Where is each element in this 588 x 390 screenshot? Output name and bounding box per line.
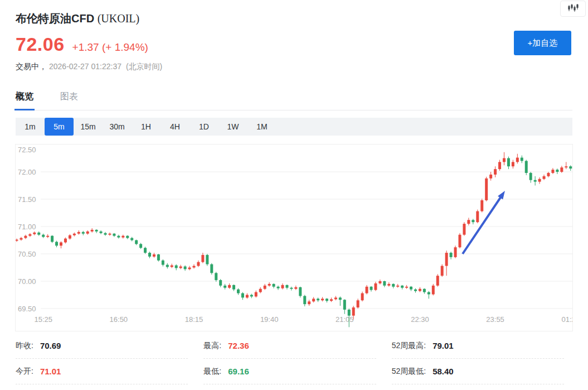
stat-label: 52周最高: <box>392 341 426 351</box>
price-change: +1.37 (+ 1.94%) <box>72 41 148 53</box>
market-status-row: 交易中，2026-02-27 01:22:37 (北京时间) <box>16 62 162 72</box>
svg-text:01:20: 01:20 <box>561 315 572 324</box>
quote-timezone: (北京时间) <box>126 62 162 71</box>
svg-text:71.00: 71.00 <box>18 223 36 231</box>
instrument-symbol: (UKOIL) <box>98 12 140 25</box>
svg-text:72.50: 72.50 <box>18 146 36 154</box>
stats-grid: 昨收:70.69今开:71.01最高:72.36最低:69.1652周最高:79… <box>16 333 564 384</box>
stat-value: 71.01 <box>40 367 61 376</box>
stats-column: 52周最高:79.0152周最低:58.40 <box>392 333 564 384</box>
stat-value: 79.01 <box>433 341 454 350</box>
instrument-name: 布伦特原油CFD <box>16 12 94 25</box>
svg-text:22:30: 22:30 <box>411 315 429 324</box>
interval-bar: 1m5m15m30m1H4H1D1W1M <box>16 118 572 136</box>
interval-1W[interactable]: 1W <box>218 118 247 136</box>
svg-text:18:15: 18:15 <box>185 315 203 324</box>
candlestick-chart[interactable]: 72.5072.0071.5071.0070.5070.0069.5015:25… <box>16 145 572 331</box>
stat-label: 昨收: <box>16 341 33 351</box>
stat-row: 52周最低:58.40 <box>392 359 564 384</box>
stat-row: 52周最高:79.01 <box>392 333 564 359</box>
svg-text:15:25: 15:25 <box>34 315 52 324</box>
svg-text:70.00: 70.00 <box>18 277 36 286</box>
stat-label: 最低: <box>203 367 221 377</box>
last-price: 72.06 <box>16 33 65 55</box>
svg-text:23:55: 23:55 <box>486 315 504 324</box>
chart-container: 72.5072.0071.5071.0070.5070.0069.5015:25… <box>15 144 573 331</box>
stats-column: 昨收:70.69今开:71.01 <box>16 333 188 384</box>
stat-value: 70.69 <box>40 341 61 350</box>
svg-text:21:05: 21:05 <box>336 315 354 324</box>
interval-30m[interactable]: 30m <box>103 118 132 136</box>
price-block: 72.06+1.37 (+ 1.94%) <box>16 33 148 55</box>
stat-row: 最低:69.16 <box>203 359 376 384</box>
stat-row: 今开:71.01 <box>16 359 188 384</box>
svg-text:19:40: 19:40 <box>260 315 279 324</box>
tab-overview[interactable]: 概览 <box>16 91 33 110</box>
interval-5m[interactable]: 5m <box>45 118 74 136</box>
stat-value: 69.16 <box>228 367 249 376</box>
stat-value: 72.36 <box>228 341 249 350</box>
stat-label: 今开: <box>16 367 33 377</box>
stat-label: 52周最低: <box>392 367 426 377</box>
quote-timestamp: 2026-02-27 01:22:37 <box>49 62 122 71</box>
stat-label: 最高: <box>203 341 221 351</box>
svg-text:70.50: 70.50 <box>18 250 36 258</box>
interval-1H[interactable]: 1H <box>132 118 161 136</box>
page-title: 布伦特原油CFD (UKOIL) <box>16 11 139 26</box>
interval-4H[interactable]: 4H <box>161 118 189 136</box>
interval-15m[interactable]: 15m <box>74 118 103 136</box>
stats-column: 最高:72.36最低:69.16 <box>203 333 376 384</box>
quote-page: 布伦特原油CFD (UKOIL) 72.06+1.37 (+ 1.94%) 交易… <box>0 0 588 390</box>
svg-text:71.50: 71.50 <box>18 195 36 204</box>
stat-row: 昨收:70.69 <box>16 333 188 359</box>
market-status: 交易中， <box>16 62 47 71</box>
tab-bar: 概览图表 <box>16 91 572 110</box>
chart-style-button[interactable] <box>560 1 586 17</box>
svg-text:72.00: 72.00 <box>18 168 36 176</box>
add-watchlist-button[interactable]: +加自选 <box>514 31 571 55</box>
interval-1D[interactable]: 1D <box>189 118 218 136</box>
interval-1M[interactable]: 1M <box>247 118 276 136</box>
candlestick-icon <box>567 3 579 14</box>
interval-1m[interactable]: 1m <box>16 118 45 136</box>
tab-chart[interactable]: 图表 <box>60 91 78 110</box>
stat-row: 最高:72.36 <box>203 333 376 359</box>
stat-value: 58.40 <box>433 367 454 376</box>
svg-text:16:50: 16:50 <box>110 315 128 324</box>
svg-text:69.50: 69.50 <box>18 305 36 313</box>
